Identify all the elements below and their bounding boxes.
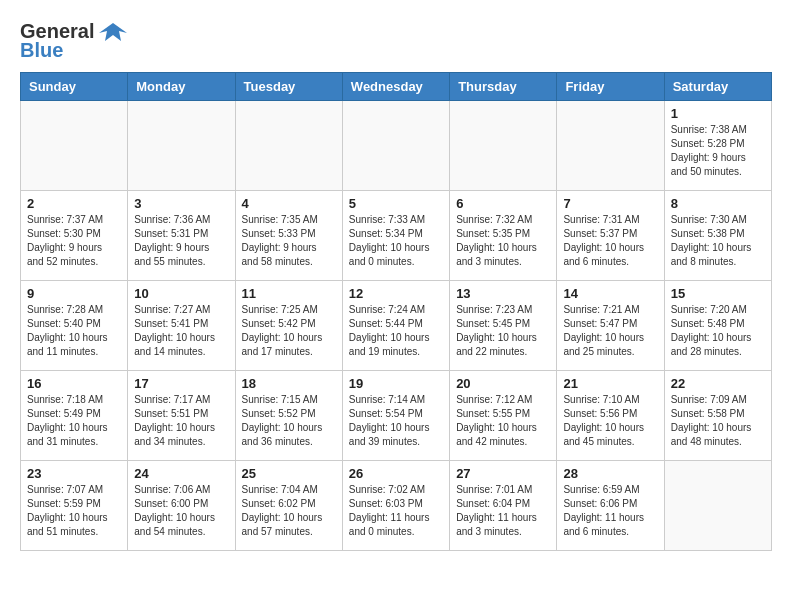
day-number: 19 bbox=[349, 376, 443, 391]
day-number: 1 bbox=[671, 106, 765, 121]
calendar-week-5: 23Sunrise: 7:07 AM Sunset: 5:59 PM Dayli… bbox=[21, 461, 772, 551]
calendar-cell: 25Sunrise: 7:04 AM Sunset: 6:02 PM Dayli… bbox=[235, 461, 342, 551]
calendar-cell: 16Sunrise: 7:18 AM Sunset: 5:49 PM Dayli… bbox=[21, 371, 128, 461]
day-info: Sunrise: 7:15 AM Sunset: 5:52 PM Dayligh… bbox=[242, 393, 336, 449]
day-info: Sunrise: 7:24 AM Sunset: 5:44 PM Dayligh… bbox=[349, 303, 443, 359]
calendar-cell: 11Sunrise: 7:25 AM Sunset: 5:42 PM Dayli… bbox=[235, 281, 342, 371]
day-info: Sunrise: 7:33 AM Sunset: 5:34 PM Dayligh… bbox=[349, 213, 443, 269]
day-info: Sunrise: 7:07 AM Sunset: 5:59 PM Dayligh… bbox=[27, 483, 121, 539]
logo-bird-icon bbox=[99, 21, 127, 43]
day-number: 24 bbox=[134, 466, 228, 481]
calendar-cell: 12Sunrise: 7:24 AM Sunset: 5:44 PM Dayli… bbox=[342, 281, 449, 371]
weekday-header-wednesday: Wednesday bbox=[342, 73, 449, 101]
calendar-week-3: 9Sunrise: 7:28 AM Sunset: 5:40 PM Daylig… bbox=[21, 281, 772, 371]
day-number: 12 bbox=[349, 286, 443, 301]
weekday-header-thursday: Thursday bbox=[450, 73, 557, 101]
weekday-header-friday: Friday bbox=[557, 73, 664, 101]
logo-text-blue: Blue bbox=[20, 39, 63, 62]
day-number: 5 bbox=[349, 196, 443, 211]
day-number: 22 bbox=[671, 376, 765, 391]
calendar-cell: 18Sunrise: 7:15 AM Sunset: 5:52 PM Dayli… bbox=[235, 371, 342, 461]
calendar-cell: 20Sunrise: 7:12 AM Sunset: 5:55 PM Dayli… bbox=[450, 371, 557, 461]
day-number: 20 bbox=[456, 376, 550, 391]
day-info: Sunrise: 7:32 AM Sunset: 5:35 PM Dayligh… bbox=[456, 213, 550, 269]
weekday-header-sunday: Sunday bbox=[21, 73, 128, 101]
day-info: Sunrise: 7:09 AM Sunset: 5:58 PM Dayligh… bbox=[671, 393, 765, 449]
calendar-cell: 13Sunrise: 7:23 AM Sunset: 5:45 PM Dayli… bbox=[450, 281, 557, 371]
day-number: 16 bbox=[27, 376, 121, 391]
day-info: Sunrise: 7:35 AM Sunset: 5:33 PM Dayligh… bbox=[242, 213, 336, 269]
calendar-cell bbox=[342, 101, 449, 191]
calendar-cell: 10Sunrise: 7:27 AM Sunset: 5:41 PM Dayli… bbox=[128, 281, 235, 371]
calendar-cell: 4Sunrise: 7:35 AM Sunset: 5:33 PM Daylig… bbox=[235, 191, 342, 281]
day-number: 7 bbox=[563, 196, 657, 211]
calendar-cell: 23Sunrise: 7:07 AM Sunset: 5:59 PM Dayli… bbox=[21, 461, 128, 551]
calendar-cell: 8Sunrise: 7:30 AM Sunset: 5:38 PM Daylig… bbox=[664, 191, 771, 281]
day-info: Sunrise: 7:23 AM Sunset: 5:45 PM Dayligh… bbox=[456, 303, 550, 359]
day-number: 26 bbox=[349, 466, 443, 481]
calendar-cell bbox=[664, 461, 771, 551]
day-info: Sunrise: 7:21 AM Sunset: 5:47 PM Dayligh… bbox=[563, 303, 657, 359]
day-number: 14 bbox=[563, 286, 657, 301]
day-info: Sunrise: 7:14 AM Sunset: 5:54 PM Dayligh… bbox=[349, 393, 443, 449]
day-number: 8 bbox=[671, 196, 765, 211]
calendar-cell bbox=[450, 101, 557, 191]
day-info: Sunrise: 7:20 AM Sunset: 5:48 PM Dayligh… bbox=[671, 303, 765, 359]
calendar-cell: 19Sunrise: 7:14 AM Sunset: 5:54 PM Dayli… bbox=[342, 371, 449, 461]
day-number: 3 bbox=[134, 196, 228, 211]
day-info: Sunrise: 7:12 AM Sunset: 5:55 PM Dayligh… bbox=[456, 393, 550, 449]
page-header: General Blue bbox=[20, 20, 772, 62]
svg-marker-0 bbox=[99, 23, 127, 41]
weekday-header-saturday: Saturday bbox=[664, 73, 771, 101]
day-info: Sunrise: 7:28 AM Sunset: 5:40 PM Dayligh… bbox=[27, 303, 121, 359]
day-number: 11 bbox=[242, 286, 336, 301]
calendar-cell: 28Sunrise: 6:59 AM Sunset: 6:06 PM Dayli… bbox=[557, 461, 664, 551]
day-info: Sunrise: 7:30 AM Sunset: 5:38 PM Dayligh… bbox=[671, 213, 765, 269]
day-number: 6 bbox=[456, 196, 550, 211]
calendar-cell: 6Sunrise: 7:32 AM Sunset: 5:35 PM Daylig… bbox=[450, 191, 557, 281]
weekday-header-row: SundayMondayTuesdayWednesdayThursdayFrid… bbox=[21, 73, 772, 101]
calendar-cell: 2Sunrise: 7:37 AM Sunset: 5:30 PM Daylig… bbox=[21, 191, 128, 281]
calendar-cell: 1Sunrise: 7:38 AM Sunset: 5:28 PM Daylig… bbox=[664, 101, 771, 191]
day-info: Sunrise: 7:38 AM Sunset: 5:28 PM Dayligh… bbox=[671, 123, 765, 179]
day-number: 21 bbox=[563, 376, 657, 391]
day-number: 25 bbox=[242, 466, 336, 481]
day-number: 15 bbox=[671, 286, 765, 301]
day-info: Sunrise: 7:17 AM Sunset: 5:51 PM Dayligh… bbox=[134, 393, 228, 449]
day-number: 2 bbox=[27, 196, 121, 211]
day-info: Sunrise: 7:02 AM Sunset: 6:03 PM Dayligh… bbox=[349, 483, 443, 539]
weekday-header-monday: Monday bbox=[128, 73, 235, 101]
calendar-week-2: 2Sunrise: 7:37 AM Sunset: 5:30 PM Daylig… bbox=[21, 191, 772, 281]
day-number: 9 bbox=[27, 286, 121, 301]
calendar-cell: 15Sunrise: 7:20 AM Sunset: 5:48 PM Dayli… bbox=[664, 281, 771, 371]
day-info: Sunrise: 7:31 AM Sunset: 5:37 PM Dayligh… bbox=[563, 213, 657, 269]
calendar-cell: 3Sunrise: 7:36 AM Sunset: 5:31 PM Daylig… bbox=[128, 191, 235, 281]
calendar-cell bbox=[128, 101, 235, 191]
day-number: 27 bbox=[456, 466, 550, 481]
calendar-week-1: 1Sunrise: 7:38 AM Sunset: 5:28 PM Daylig… bbox=[21, 101, 772, 191]
day-info: Sunrise: 7:37 AM Sunset: 5:30 PM Dayligh… bbox=[27, 213, 121, 269]
day-number: 28 bbox=[563, 466, 657, 481]
day-info: Sunrise: 7:01 AM Sunset: 6:04 PM Dayligh… bbox=[456, 483, 550, 539]
day-number: 18 bbox=[242, 376, 336, 391]
day-number: 13 bbox=[456, 286, 550, 301]
calendar-cell bbox=[235, 101, 342, 191]
day-info: Sunrise: 7:25 AM Sunset: 5:42 PM Dayligh… bbox=[242, 303, 336, 359]
calendar-cell: 21Sunrise: 7:10 AM Sunset: 5:56 PM Dayli… bbox=[557, 371, 664, 461]
day-info: Sunrise: 7:36 AM Sunset: 5:31 PM Dayligh… bbox=[134, 213, 228, 269]
day-number: 23 bbox=[27, 466, 121, 481]
calendar-cell: 22Sunrise: 7:09 AM Sunset: 5:58 PM Dayli… bbox=[664, 371, 771, 461]
calendar-cell: 9Sunrise: 7:28 AM Sunset: 5:40 PM Daylig… bbox=[21, 281, 128, 371]
calendar-cell: 14Sunrise: 7:21 AM Sunset: 5:47 PM Dayli… bbox=[557, 281, 664, 371]
calendar-cell: 26Sunrise: 7:02 AM Sunset: 6:03 PM Dayli… bbox=[342, 461, 449, 551]
logo: General Blue bbox=[20, 20, 127, 62]
weekday-header-tuesday: Tuesday bbox=[235, 73, 342, 101]
day-info: Sunrise: 7:04 AM Sunset: 6:02 PM Dayligh… bbox=[242, 483, 336, 539]
calendar-cell: 24Sunrise: 7:06 AM Sunset: 6:00 PM Dayli… bbox=[128, 461, 235, 551]
day-number: 10 bbox=[134, 286, 228, 301]
calendar-cell bbox=[557, 101, 664, 191]
day-info: Sunrise: 6:59 AM Sunset: 6:06 PM Dayligh… bbox=[563, 483, 657, 539]
calendar-cell: 27Sunrise: 7:01 AM Sunset: 6:04 PM Dayli… bbox=[450, 461, 557, 551]
calendar-cell bbox=[21, 101, 128, 191]
calendar-week-4: 16Sunrise: 7:18 AM Sunset: 5:49 PM Dayli… bbox=[21, 371, 772, 461]
